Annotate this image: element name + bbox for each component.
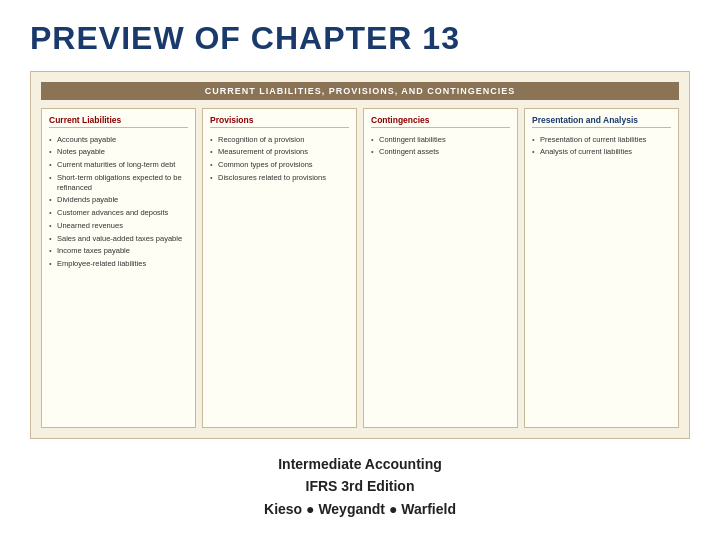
list-item: Contingent assets bbox=[371, 146, 510, 159]
footer-line3: Kieso ● Weygandt ● Warfield bbox=[30, 498, 690, 520]
list-item: Customer advances and deposits bbox=[49, 207, 188, 220]
list-item: Employee-related liabilities bbox=[49, 258, 188, 271]
columns-row: Current LiabilitiesAccounts payableNotes… bbox=[41, 108, 679, 428]
list-item: Disclosures related to provisions bbox=[210, 171, 349, 184]
col-title-presentation-analysis: Presentation and Analysis bbox=[532, 115, 671, 128]
list-item: Common types of provisions bbox=[210, 159, 349, 172]
list-item: Recognition of a provision bbox=[210, 133, 349, 146]
col-box-current-liabilities: Current LiabilitiesAccounts payableNotes… bbox=[41, 108, 196, 428]
list-item: Contingent liabilities bbox=[371, 133, 510, 146]
list-item: Unearned revenues bbox=[49, 219, 188, 232]
diagram-header: CURRENT LIABILITIES, PROVISIONS, AND CON… bbox=[41, 82, 679, 100]
diagram-container: CURRENT LIABILITIES, PROVISIONS, AND CON… bbox=[30, 71, 690, 439]
list-item: Presentation of current liabilities bbox=[532, 133, 671, 146]
list-item: Analysis of current liabilities bbox=[532, 146, 671, 159]
list-item: Short-term obligations expected to be re… bbox=[49, 171, 188, 194]
col-box-contingencies: ContingenciesContingent liabilitiesConti… bbox=[363, 108, 518, 428]
col-title-current-liabilities: Current Liabilities bbox=[49, 115, 188, 128]
list-item: Accounts payable bbox=[49, 133, 188, 146]
footer-line2: IFRS 3rd Edition bbox=[30, 475, 690, 497]
list-item: Income taxes payable bbox=[49, 245, 188, 258]
list-item: Measurement of provisions bbox=[210, 146, 349, 159]
col-box-provisions: ProvisionsRecognition of a provisionMeas… bbox=[202, 108, 357, 428]
col-title-contingencies: Contingencies bbox=[371, 115, 510, 128]
list-item: Sales and value-added taxes payable bbox=[49, 232, 188, 245]
page-title: PREVIEW OF CHAPTER 13 bbox=[30, 20, 690, 57]
list-item: Dividends payable bbox=[49, 194, 188, 207]
footer-line1: Intermediate Accounting bbox=[30, 453, 690, 475]
list-item: Current maturities of long-term debt bbox=[49, 159, 188, 172]
col-title-provisions: Provisions bbox=[210, 115, 349, 128]
list-item: Notes payable bbox=[49, 146, 188, 159]
col-box-presentation-analysis: Presentation and AnalysisPresentation of… bbox=[524, 108, 679, 428]
page: PREVIEW OF CHAPTER 13 CURRENT LIABILITIE… bbox=[0, 0, 720, 540]
footer: Intermediate Accounting IFRS 3rd Edition… bbox=[30, 453, 690, 520]
